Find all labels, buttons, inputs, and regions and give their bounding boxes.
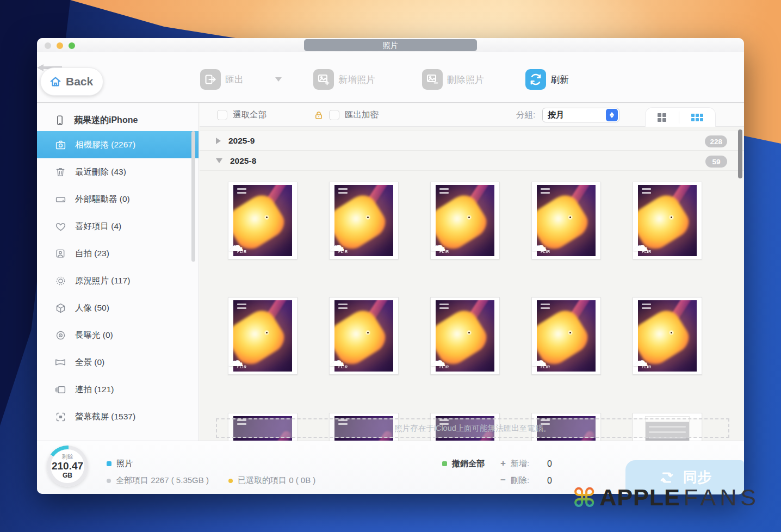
minimize-button[interactable] [57, 42, 63, 49]
photo-thumbnail[interactable]: FLIR ☁ [228, 297, 297, 375]
group-by-value: 按月 [548, 110, 564, 120]
group-row-2025-9[interactable]: 2025-9 228 [200, 131, 744, 151]
add-photos-label: 新增照片 [338, 73, 375, 86]
photo-thumbnail[interactable]: FLIR ☁ [430, 297, 500, 375]
content-area: 選取全部 匯出加密 分組: 按月 [200, 103, 744, 441]
remaining-unit: GB [63, 472, 72, 479]
selected-items-dot [228, 479, 233, 483]
export-dropdown-caret-icon[interactable] [275, 77, 282, 82]
sidebar-list: 相機膠捲 (2267) 最近刪除 (43) 外部驅動器 (0) [37, 131, 199, 430]
photo-thumbnail[interactable]: FLIR ☁ [329, 182, 399, 259]
delete-photos-button[interactable]: 刪除照片 [422, 69, 484, 90]
sidebar-item-label: 喜好項目 (4) [75, 221, 121, 232]
sidebar-item-label: 相機膠捲 (2267) [75, 139, 135, 151]
drive-icon [54, 193, 66, 205]
sidebar-item-label: 原況照片 (117) [75, 275, 130, 287]
grid-large-icon[interactable] [658, 113, 666, 122]
photo-thumbnail[interactable]: FLIR ☁ [430, 182, 500, 259]
lock-icon [314, 110, 324, 120]
back-label: Back [66, 75, 93, 88]
sidebar-item-selfies[interactable]: 自拍 (23) [37, 240, 199, 267]
burst-icon [54, 383, 66, 395]
add-photos-button[interactable]: 新增照片 [313, 69, 375, 90]
sidebar-item-bursts[interactable]: 連拍 (121) [37, 376, 199, 403]
main-area: 蘋果迷的iPhone 相機膠捲 (2267) 最近刪除 (43) [37, 103, 744, 441]
filter-bar: 選取全部 匯出加密 分組: 按月 [200, 103, 744, 127]
sidebar-item-label: 外部驅動器 (0) [75, 194, 130, 205]
added-stat: + 新增: [500, 458, 529, 469]
heart-icon [54, 220, 66, 232]
watermark-light-text: FANS [684, 484, 760, 511]
photo-thumbnail[interactable]: FLIR ☁ [633, 182, 702, 259]
sidebar-item-favorites[interactable]: 喜好項目 (4) [37, 213, 199, 240]
iphone-icon [54, 115, 65, 126]
command-logo-icon: ⌘ [572, 485, 597, 511]
chevron-down-icon[interactable] [216, 158, 222, 163]
chevron-right-icon[interactable] [216, 138, 221, 144]
sidebar-item-long-exposure[interactable]: 長曝光 (0) [37, 321, 199, 349]
refresh-button[interactable]: 刷新 [525, 69, 569, 90]
sidebar-item-label: 全景 (0) [75, 357, 104, 368]
view-toggle-divider [679, 112, 679, 123]
long-exposure-icon [54, 329, 66, 341]
sidebar-scrollbar[interactable] [191, 131, 195, 262]
group-row-2025-8[interactable]: 2025-8 59 [200, 151, 744, 171]
photo-thumbnail[interactable]: FLIR ☁ [228, 182, 297, 259]
export-encrypt-checkbox[interactable] [329, 110, 339, 120]
icloud-cloud-icon: ☁ [531, 237, 547, 253]
export-encrypt-control[interactable]: 匯出加密 [314, 103, 379, 127]
window-title-tab: 照片 [304, 39, 477, 51]
total-items-dot [107, 479, 111, 483]
close-button[interactable] [45, 42, 51, 49]
photo-thumbnail[interactable]: FLIR ☁ [633, 297, 702, 375]
undo-all-button[interactable]: 撤銷全部 [442, 459, 485, 469]
sidebar-item-live-photos[interactable]: 原況照片 (117) [37, 267, 199, 294]
photo-thumbnail[interactable]: FLIR ☁ [329, 297, 399, 375]
camera-icon [54, 139, 66, 151]
zoom-button[interactable] [69, 42, 75, 49]
export-icon [200, 69, 221, 90]
sidebar-item-label: 最近刪除 (43) [75, 166, 126, 178]
export-encrypt-label: 匯出加密 [345, 109, 379, 121]
delete-photos-label: 刪除照片 [447, 73, 484, 86]
select-all-control[interactable]: 選取全部 [217, 103, 266, 127]
sidebar: 蘋果迷的iPhone 相機膠捲 (2267) 最近刪除 (43) [37, 103, 199, 441]
icloud-cloud-icon: ☁ [328, 237, 345, 253]
sidebar-item-portraits[interactable]: 人像 (50) [37, 294, 199, 321]
icloud-cloud-icon: ☁ [430, 352, 446, 369]
group-count-badge: 228 [705, 135, 727, 147]
icloud-cloud-icon: ☁ [328, 352, 345, 369]
sidebar-item-screenshots[interactable]: 螢幕截屏 (1537) [37, 403, 199, 430]
photo-thumbnail[interactable]: FLIR ☁ [531, 182, 601, 259]
title-bar: 照片 [37, 38, 744, 52]
export-button[interactable]: 匯出 [200, 69, 244, 90]
add-photos-icon [313, 69, 334, 90]
refresh-label: 刷新 [550, 73, 569, 86]
sidebar-item-recently-deleted[interactable]: 最近刪除 (43) [37, 158, 199, 185]
select-all-label: 選取全部 [233, 109, 266, 121]
photos-legend-swatch [107, 461, 111, 466]
deleted-value: 0 [547, 476, 552, 486]
remaining-label: 剩餘 [62, 453, 73, 461]
plus-icon: + [500, 458, 506, 469]
sidebar-item-label: 自拍 (23) [75, 248, 109, 259]
select-all-checkbox[interactable] [217, 110, 227, 120]
icloud-cloud-icon: ☁ [227, 237, 244, 253]
group-by-label: 分組: [516, 103, 535, 127]
back-button[interactable]: Back [40, 67, 103, 96]
content-scrollbar[interactable] [738, 129, 742, 178]
selected-items-stat: 已選取的項目 0 ( 0B ) [228, 475, 315, 486]
deleted-stat: − 刪除: [500, 475, 529, 486]
photos-legend: 照片 [107, 459, 133, 469]
sidebar-item-panoramas[interactable]: 全景 (0) [37, 349, 199, 376]
sidebar-item-camera-roll[interactable]: 相機膠捲 (2267) [37, 131, 199, 158]
sidebar-device-header[interactable]: 蘋果迷的iPhone [37, 109, 199, 132]
added-value: 0 [547, 459, 552, 469]
grid-small-icon[interactable] [691, 114, 703, 121]
storage-gauge: 剩餘 210.47 GB [47, 446, 88, 487]
photo-thumbnail[interactable]: FLIR ☁ [531, 297, 601, 375]
group-by-select[interactable]: 按月 [542, 103, 619, 127]
trash-icon [54, 166, 66, 178]
remaining-value: 210.47 [52, 461, 83, 472]
sidebar-item-external-drive[interactable]: 外部驅動器 (0) [37, 185, 199, 213]
